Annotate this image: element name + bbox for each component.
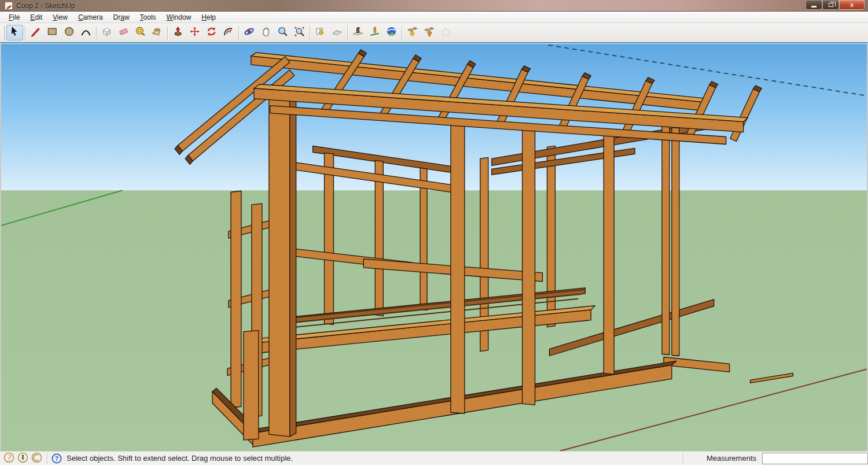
get-current-view-icon	[315, 26, 326, 39]
restore-icon	[829, 3, 833, 7]
move-icon	[189, 26, 200, 39]
menu-edit[interactable]: Edit	[25, 12, 47, 23]
toolbar-separator	[310, 26, 310, 40]
menu-camera[interactable]: Camera	[73, 12, 108, 23]
offset-tool-button[interactable]	[220, 25, 237, 40]
geolocation-icon[interactable]	[3, 452, 14, 465]
minimize-icon	[811, 6, 816, 8]
tape-measure-icon	[135, 26, 146, 39]
zoom-icon	[277, 26, 288, 39]
toolbar-separator	[347, 26, 348, 40]
orbit-tool-button[interactable]	[241, 25, 258, 40]
eraser-tool-button[interactable]	[115, 25, 132, 40]
line-tool-button[interactable]	[27, 25, 44, 40]
menu-draw[interactable]: Draw	[108, 12, 135, 23]
share-model-icon	[424, 26, 435, 39]
status-message: Select objects. Shift to extend select. …	[67, 454, 293, 463]
place-model-tool-button[interactable]	[350, 25, 366, 40]
pan-icon	[260, 26, 271, 39]
measurements-label: Measurements	[707, 454, 756, 463]
attribution-icon[interactable]	[17, 452, 28, 465]
make-component-icon	[101, 26, 112, 39]
toggle-terrain-tool-button[interactable]	[329, 25, 345, 40]
get-models-tool-button[interactable]	[404, 25, 421, 40]
close-icon: x	[850, 2, 854, 8]
title-bar: Coop 2 - SketchUp x	[0, 0, 868, 12]
toolbar-separator	[167, 26, 168, 40]
push-pull-tool-button[interactable]	[170, 25, 186, 40]
share-component-tool-button	[437, 25, 454, 40]
move-tool-button[interactable]	[186, 25, 203, 40]
menu-bar: FileEditViewCameraDrawToolsWindowHelp	[0, 12, 868, 23]
status-left-icons	[0, 452, 47, 465]
measurements-area: Measurements	[683, 452, 868, 465]
google-earth-tool-button[interactable]	[383, 25, 400, 40]
restore-button[interactable]	[822, 0, 839, 10]
credits-icon[interactable]	[31, 452, 42, 465]
paint-bucket-tool-button[interactable]	[149, 25, 165, 40]
window-title: Coop 2 - SketchUp	[16, 2, 75, 10]
orbit-icon	[244, 26, 255, 39]
zoom-tool-button[interactable]	[274, 25, 291, 40]
offset-icon	[223, 26, 234, 39]
tape-measure-tool-button[interactable]	[132, 25, 149, 40]
status-bar: ? Select objects. Shift to extend select…	[0, 451, 868, 465]
window-controls: x	[806, 0, 865, 10]
3d-viewport[interactable]	[0, 42, 868, 451]
zoom-extents-tool-button[interactable]	[291, 25, 308, 40]
rectangle-icon	[47, 26, 58, 39]
arc-tool-button[interactable]	[78, 25, 94, 40]
svg-text:?: ?	[55, 454, 58, 461]
place-model-icon	[352, 26, 363, 39]
measurements-input[interactable]	[762, 453, 868, 464]
toolbar-separator	[96, 26, 97, 40]
make-component-tool-button[interactable]	[98, 25, 115, 40]
zoom-extents-icon	[294, 26, 305, 39]
circle-icon	[64, 26, 75, 39]
circle-tool-button[interactable]	[61, 25, 78, 40]
line-icon	[30, 26, 41, 39]
measurements-divider	[683, 453, 683, 464]
share-component-icon	[440, 26, 451, 39]
toolbar-separator	[25, 26, 25, 40]
get-models-icon	[407, 26, 418, 39]
menu-view[interactable]: View	[47, 12, 73, 23]
minimize-button[interactable]	[806, 0, 822, 10]
menu-help[interactable]: Help	[196, 12, 221, 23]
photo-match-tool-button[interactable]	[366, 25, 383, 40]
get-current-view-tool-button[interactable]	[312, 25, 329, 40]
rectangle-tool-button[interactable]	[44, 25, 61, 40]
model-svg	[1, 43, 867, 451]
photo-match-icon	[369, 26, 380, 39]
toolbar	[0, 23, 868, 42]
toolbar-separator	[402, 26, 402, 40]
select-icon	[9, 26, 20, 39]
close-button[interactable]: x	[839, 0, 865, 10]
sketchup-app-icon	[5, 2, 13, 10]
select-tool-button[interactable]	[6, 25, 23, 40]
google-earth-icon	[386, 26, 397, 39]
arc-icon	[80, 26, 91, 39]
share-model-tool-button[interactable]	[421, 25, 437, 40]
rotate-tool-button[interactable]	[203, 25, 220, 40]
status-divider	[47, 453, 47, 464]
toolbar-grip[interactable]	[2, 26, 5, 40]
help-icon[interactable]: ?	[52, 453, 62, 464]
toggle-terrain-icon	[332, 26, 343, 39]
eraser-icon	[118, 26, 129, 39]
pan-tool-button[interactable]	[258, 25, 274, 40]
toolbar-separator	[238, 26, 239, 40]
paint-bucket-icon	[152, 26, 163, 39]
menu-file[interactable]: File	[3, 12, 25, 23]
push-pull-icon	[172, 26, 183, 39]
menu-tools[interactable]: Tools	[135, 12, 161, 23]
rotate-icon	[206, 26, 217, 39]
menu-window[interactable]: Window	[161, 12, 197, 23]
